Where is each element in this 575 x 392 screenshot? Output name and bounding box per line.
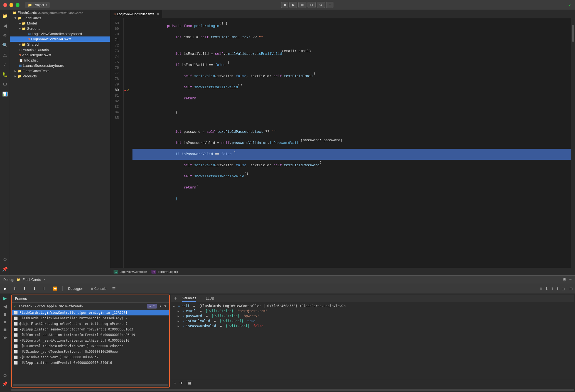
frame-item-6[interactable]: ⬜ -[UIControl touchesEnded:withEvent:] 0… <box>12 343 169 349</box>
debug-memory-icon[interactable]: ⚙ <box>3 373 7 378</box>
debug-pin-icon[interactable]: 📌 <box>2 381 8 386</box>
debug-settings-icon[interactable]: ⊞ <box>569 286 573 291</box>
scrollbar-thumb[interactable] <box>572 25 574 42</box>
debug-tab-close[interactable]: ✕ <box>43 278 46 281</box>
frame-item-0[interactable]: ⬜ FlashCards.LoginViewController.(perfor… <box>12 310 169 315</box>
breakpoint-icon[interactable]: ● <box>124 88 126 92</box>
frames-scrollbar[interactable] <box>13 384 168 386</box>
debug-bottom-scrollbar[interactable] <box>11 389 574 391</box>
layout-icon-3[interactable]: ⬆ <box>551 286 554 291</box>
tree-item-loginvc-storyboard[interactable]: ▦ LoginViewController.storyboard <box>10 31 110 36</box>
layout-icon-5[interactable]: ◻ <box>562 286 565 291</box>
issue-navigator-icon[interactable]: ⚠ <box>2 51 8 59</box>
expand-self-button[interactable]: ▶ <box>173 305 176 308</box>
minimize-button[interactable] <box>9 3 13 7</box>
tree-item-products[interactable]: ▶ 📁 Products <box>10 74 110 79</box>
layout-icon-4[interactable]: ⬆ <box>556 286 559 291</box>
build-button[interactable]: ▶ <box>289 2 297 8</box>
expand-isemailvalid-button[interactable]: ▶ <box>178 320 181 323</box>
tree-item-flashcardstests[interactable]: ▶ 📁 FlashCardsTests <box>10 68 110 74</box>
debug-pause-button[interactable]: ⏸ <box>41 286 48 291</box>
debug-continue-button[interactable]: ▶ <box>2 286 8 291</box>
breadcrumb-class[interactable]: LoginViewController <box>120 270 147 273</box>
tree-item-appdelegate[interactable]: S AppDelegate.swift <box>10 52 110 58</box>
nav-back-button[interactable]: ⊕ <box>298 2 306 8</box>
tree-item-assets[interactable]: ◻ Assets.xcassets <box>10 47 110 52</box>
editor-tab-loginvc[interactable]: S LoginViewController.swift ✕ <box>110 10 163 18</box>
debug-step-out-button[interactable]: ⬆ <box>31 286 38 291</box>
frame-up-button[interactable]: ▲ <box>159 304 162 308</box>
frame-item-7[interactable]: ⬜ -[UIWindow _sendTouchesForEvent:] 0x00… <box>12 349 169 354</box>
tab-lldb[interactable]: LLDB <box>206 295 214 302</box>
maximize-button[interactable] <box>16 3 19 7</box>
vertical-scrollbar[interactable] <box>571 18 575 268</box>
close-button[interactable] <box>3 3 7 7</box>
tree-root[interactable]: 📁 FlashCards /Users/jsmith/Swift/FlashCa… <box>10 10 110 15</box>
settings-button[interactable]: ⚙ <box>317 2 325 8</box>
tab-variables[interactable]: Variables <box>182 295 196 302</box>
source-control-icon[interactable]: ◀ <box>2 22 8 30</box>
layout-icon-1[interactable]: ⬆ <box>539 286 543 291</box>
code-editor[interactable]: 68 69 70 71 72 73 74 75 76 77 78 79 80 8… <box>110 18 575 268</box>
pin-icon[interactable]: 📌 <box>1 265 9 273</box>
console-tab-btn[interactable]: ▦ Console <box>89 286 109 291</box>
debug-view-icon[interactable]: 👁 <box>3 335 7 340</box>
tree-item-shared[interactable]: ▶ 📁 Shared <box>10 42 110 47</box>
breadcrumb-method[interactable]: performLogin() <box>158 270 178 273</box>
tree-item-model[interactable]: ▶ 📁 Model <box>10 21 110 26</box>
report-navigator-icon[interactable]: 📊 <box>1 90 9 98</box>
find-navigator-icon[interactable]: 🔍 <box>1 41 9 49</box>
frame-item-5[interactable]: ⬜ -[UIControl _sendActionsForEvents:with… <box>12 338 169 343</box>
symbol-navigator-icon[interactable]: ⊛ <box>2 32 8 39</box>
frame-down-button[interactable]: ▼ <box>164 304 167 308</box>
var-item-isemailvalid[interactable]: ▶ ≡ isEmailValid = {Swift.Bool} true <box>171 318 574 324</box>
gutter[interactable]: ● ⚠ <box>124 18 129 268</box>
tree-item-loginvc-swift[interactable]: S LoginViewController.swift <box>10 36 110 42</box>
stop-button[interactable]: ■ <box>281 2 288 8</box>
debug-stop-icon[interactable]: ■ <box>4 320 6 325</box>
debugger-tab-btn[interactable]: Debugger <box>66 286 85 291</box>
file-navigator-icon[interactable]: 📁 <box>1 12 9 20</box>
gear-icon[interactable]: ⚙ <box>2 256 8 263</box>
var-item-ispasswordvalid[interactable]: ▶ ≡ isPasswordValid = {Swift.Bool} false <box>171 324 574 329</box>
debug-gear-icon[interactable]: ⚙ <box>562 277 566 282</box>
frame-item-2[interactable]: ⬜ @objc FlashCards.LoginViewController.b… <box>12 321 169 327</box>
expand-ispasswordvalid-button[interactable]: ▶ <box>178 325 181 328</box>
list-icon[interactable]: ☰ <box>112 286 116 291</box>
view-button[interactable]: 👁 <box>179 380 185 386</box>
tab-close-icon[interactable]: ✕ <box>157 12 159 16</box>
breakpoint-navigator-icon[interactable]: ⬡ <box>2 80 8 88</box>
test-navigator-icon[interactable]: ✓ <box>2 61 8 68</box>
project-dropdown[interactable]: 📁 Project ▾ <box>25 2 50 8</box>
debug-step-over-button[interactable]: ⬆ <box>12 286 18 291</box>
var-item-password[interactable]: ▶ ≡ password = {Swift.String} "qwerty" <box>171 313 574 318</box>
tree-item-screens[interactable]: ▶ 📁 Screens <box>10 26 110 31</box>
debug-step-in-button[interactable]: ⬇ <box>21 286 28 291</box>
debug-stop-button[interactable]: ⏩ <box>51 286 59 291</box>
add-watch-button[interactable]: + <box>173 380 177 386</box>
tree-item-infoplist[interactable]: 📋 Info.plist <box>10 58 110 63</box>
expand-email-button[interactable]: ▶ <box>178 310 181 313</box>
debug-nav-1[interactable]: ▶ <box>3 296 7 301</box>
frame-item-3[interactable]: ⬜ -[UIApplication sendAction:to:from:for… <box>12 327 169 332</box>
minimize-panel-button[interactable]: − <box>326 2 333 8</box>
debug-navigator-icon[interactable]: 🐛 <box>1 71 9 78</box>
nav-forward-button[interactable]: ⊘ <box>308 2 316 8</box>
debug-minus-icon[interactable]: − <box>569 277 572 282</box>
debug-nav-2[interactable]: ◀ <box>3 304 7 309</box>
code-content[interactable]: private func performLogin() { let email … <box>129 18 571 268</box>
thread-chevron-button[interactable]: ⌄ ⌃ <box>147 304 157 308</box>
tree-item-launchscreen[interactable]: ▦ LaunchScreen.storyboard <box>10 63 110 68</box>
frame-item-4[interactable]: ⬜ -[UIControl sendAction:to:from:forEven… <box>12 332 169 338</box>
expand-password-button[interactable]: ▶ <box>178 315 181 318</box>
debug-pause-icon[interactable]: ⏸ <box>3 312 7 317</box>
var-item-email[interactable]: ▶ ≡ email = {Swift.String} "test@test.co… <box>171 308 574 313</box>
add-variable-button[interactable]: + <box>174 296 177 301</box>
var-item-self[interactable]: ▶ ≡ self = {FlashCards.LoginViewControll… <box>171 303 574 308</box>
layout-icon-2[interactable]: ⬇ <box>545 286 548 291</box>
tree-item-flashcards[interactable]: ▶ 📁 FlashCards <box>10 15 110 21</box>
frame-item-1[interactable]: ⬜ FlashCards.LoginViewController.buttonL… <box>12 315 169 321</box>
frame-item-8[interactable]: ⬜ -[UIWindow sendEvent:] 0x000000010d36b… <box>12 354 169 360</box>
frame-item-9[interactable]: ⬜ -[UIApplication sendEvent:] 0x00000000… <box>12 360 169 366</box>
copy-button[interactable]: ⊞ <box>187 381 192 386</box>
